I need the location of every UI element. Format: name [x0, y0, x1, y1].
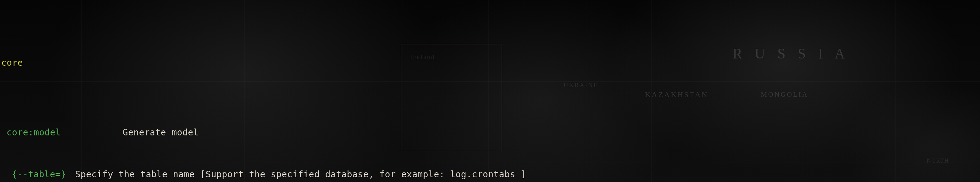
command-desc: Generate model: [123, 127, 199, 138]
option-flag: {--table=}: [12, 168, 75, 182]
option-desc: Specify the table name [Support the spec…: [75, 169, 526, 179]
group-header: core: [1, 57, 23, 68]
terminal-output: core core:modelGenerate model {--table=}…: [0, 0, 980, 182]
command-name: core:model: [6, 126, 123, 140]
